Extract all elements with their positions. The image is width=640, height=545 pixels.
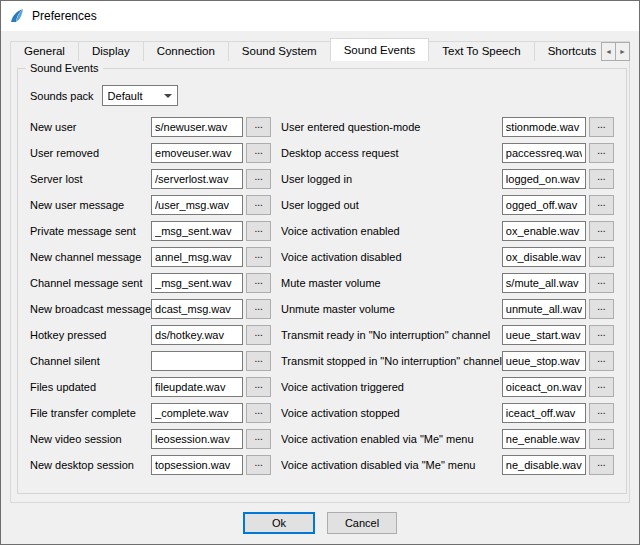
sound-file-input[interactable] <box>502 325 586 345</box>
tab-sound-events[interactable]: Sound Events <box>330 38 430 61</box>
sound-file-input[interactable] <box>151 403 243 423</box>
sound-event-row: Server lost... <box>30 169 271 189</box>
browse-button[interactable]: ... <box>246 455 271 475</box>
sounds-pack-combobox: Default <box>102 85 178 106</box>
sound-event-row: New user... <box>30 117 271 137</box>
sound-file-input[interactable] <box>502 273 586 293</box>
sound-event-label: Voice activation stopped <box>281 407 502 419</box>
sound-event-row: Channel silent... <box>30 351 271 371</box>
browse-button[interactable]: ... <box>589 403 614 423</box>
sound-file-input[interactable] <box>151 143 243 163</box>
browse-button[interactable]: ... <box>246 273 271 293</box>
browse-button[interactable]: ... <box>589 377 614 397</box>
sound-file-input[interactable] <box>502 429 586 449</box>
sound-file-input[interactable] <box>151 169 243 189</box>
tab-scroll: ◄ ► <box>602 42 630 61</box>
sound-event-row: New video session... <box>30 429 271 449</box>
browse-button[interactable]: ... <box>246 169 271 189</box>
cancel-button[interactable]: Cancel <box>327 512 397 534</box>
sound-file-input[interactable] <box>151 299 243 319</box>
browse-button[interactable]: ... <box>246 195 271 215</box>
tab-shortcuts[interactable]: Shortcuts <box>534 41 611 61</box>
sound-file-input[interactable] <box>502 455 586 475</box>
browse-button[interactable]: ... <box>246 429 271 449</box>
browse-button[interactable]: ... <box>589 221 614 241</box>
sound-event-label: User logged out <box>281 199 502 211</box>
sound-event-row: Transmit ready in "No interruption" chan… <box>281 325 614 345</box>
browse-button[interactable]: ... <box>246 325 271 345</box>
sound-file-input[interactable] <box>151 117 243 137</box>
browse-button[interactable]: ... <box>589 117 614 137</box>
browse-button[interactable]: ... <box>246 247 271 267</box>
browse-button[interactable]: ... <box>589 273 614 293</box>
dialog-body: GeneralDisplayConnectionSound SystemSoun… <box>1 31 639 544</box>
sound-file-input[interactable] <box>151 247 243 267</box>
sounds-pack-label: Sounds pack <box>30 90 94 102</box>
sound-file-input[interactable] <box>502 195 586 215</box>
browse-button[interactable]: ... <box>589 325 614 345</box>
tab-scroll-right-button[interactable]: ► <box>615 42 630 61</box>
sound-file-input[interactable] <box>151 325 243 345</box>
sound-event-row: Mute master volume... <box>281 273 614 293</box>
browse-button[interactable]: ... <box>589 299 614 319</box>
browse-button[interactable]: ... <box>589 247 614 267</box>
sound-event-label: Voice activation disabled via "Me" menu <box>281 459 502 471</box>
browse-button[interactable]: ... <box>589 351 614 371</box>
sound-event-row: Files updated... <box>30 377 271 397</box>
sound-file-input[interactable] <box>502 169 586 189</box>
sound-file-input[interactable] <box>151 455 243 475</box>
sound-file-input[interactable] <box>151 195 243 215</box>
sound-file-input[interactable] <box>502 143 586 163</box>
sound-file-input[interactable] <box>502 403 586 423</box>
sound-event-label: User removed <box>30 147 151 159</box>
sound-event-label: Mute master volume <box>281 277 502 289</box>
sound-event-label: New user <box>30 121 151 133</box>
ok-button[interactable]: Ok <box>243 512 315 534</box>
sound-file-input[interactable] <box>151 273 243 293</box>
sound-file-input[interactable] <box>502 299 586 319</box>
sound-file-input[interactable] <box>151 429 243 449</box>
sound-event-row: New desktop session... <box>30 455 271 475</box>
tab-scroll-left-button[interactable]: ◄ <box>601 42 616 61</box>
sound-file-input[interactable] <box>502 247 586 267</box>
browse-button[interactable]: ... <box>246 117 271 137</box>
sound-event-row: Voice activation disabled... <box>281 247 614 267</box>
browse-button[interactable]: ... <box>246 299 271 319</box>
sound-event-label: New desktop session <box>30 459 151 471</box>
sound-file-input[interactable] <box>151 221 243 241</box>
sound-event-row: Voice activation triggered... <box>281 377 614 397</box>
browse-button[interactable]: ... <box>589 429 614 449</box>
sound-event-label: User logged in <box>281 173 502 185</box>
sound-event-row: New broadcast message... <box>30 299 271 319</box>
sound-event-label: Channel silent <box>30 355 151 367</box>
sound-file-input[interactable] <box>502 377 586 397</box>
tab-general[interactable]: General <box>10 41 79 61</box>
sound-event-row: Transmit stopped in "No interruption" ch… <box>281 351 614 371</box>
sound-event-row: New user message... <box>30 195 271 215</box>
footer-button-row: Ok Cancel <box>10 503 630 534</box>
sound-event-row: User entered question-mode... <box>281 117 614 137</box>
browse-button[interactable]: ... <box>246 351 271 371</box>
browse-button[interactable]: ... <box>589 169 614 189</box>
browse-button[interactable]: ... <box>589 195 614 215</box>
tab-connection[interactable]: Connection <box>143 41 229 61</box>
sound-event-label: New video session <box>30 433 151 445</box>
sound-event-label: Unmute master volume <box>281 303 502 315</box>
sound-file-input[interactable] <box>502 117 586 137</box>
browse-button[interactable]: ... <box>589 143 614 163</box>
browse-button[interactable]: ... <box>589 455 614 475</box>
browse-button[interactable]: ... <box>246 143 271 163</box>
sound-file-input[interactable] <box>502 351 586 371</box>
browse-button[interactable]: ... <box>246 221 271 241</box>
window-title: Preferences <box>32 9 97 23</box>
sound-file-input[interactable] <box>151 351 243 371</box>
tab-display[interactable]: Display <box>78 41 144 61</box>
browse-button[interactable]: ... <box>246 377 271 397</box>
sound-file-input[interactable] <box>151 377 243 397</box>
sounds-pack-select[interactable]: Default <box>102 85 178 106</box>
sound-event-row: User logged out... <box>281 195 614 215</box>
browse-button[interactable]: ... <box>246 403 271 423</box>
sound-file-input[interactable] <box>502 221 586 241</box>
tab-sound-system[interactable]: Sound System <box>228 41 331 61</box>
tab-text-to-speech[interactable]: Text To Speech <box>428 41 534 61</box>
